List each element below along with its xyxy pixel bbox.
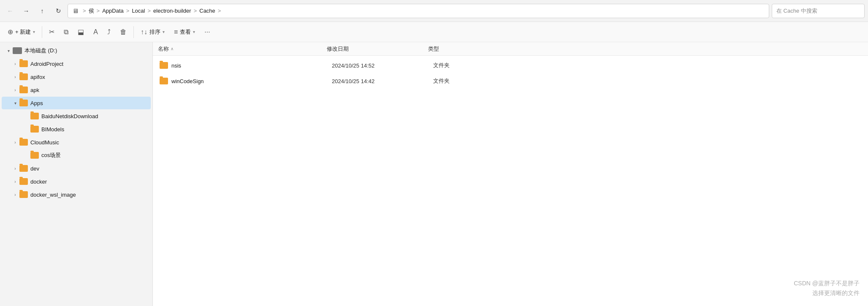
sidebar-item-label: docker_wsl_image bbox=[30, 192, 76, 198]
sidebar-item-label: AdroidProject bbox=[30, 61, 63, 67]
sort-chevron-icon: ▾ bbox=[163, 30, 165, 34]
share-button[interactable]: ⤴ bbox=[103, 24, 115, 40]
col-header-name[interactable]: 名称 ∧ bbox=[158, 42, 327, 55]
sidebar-item-bimodels[interactable]: BIModels bbox=[2, 123, 151, 135]
column-header: 名称 ∧ 修改日期 类型 bbox=[153, 42, 868, 56]
sidebar-item-label: apk bbox=[30, 87, 39, 93]
view-button[interactable]: ≡ 查看 ▾ bbox=[170, 24, 199, 40]
sidebar-item-cosscene[interactable]: cos场景 bbox=[2, 149, 151, 162]
file-type: 文件夹 bbox=[433, 77, 496, 85]
new-button[interactable]: ⊕ + 新建 ▾ bbox=[3, 24, 39, 40]
path-segment-4[interactable]: Cache bbox=[199, 8, 215, 14]
toolbar: ⊕ + 新建 ▾ ✂ ⧉ ⬓ A ⤴ 🗑 ↑↓ 排序 ▾ ≡ 查看 ▾ ··· bbox=[0, 22, 868, 42]
path-segment-0[interactable]: 侯 bbox=[89, 7, 94, 15]
sidebar-item-docker-wsl[interactable]: › docker_wsl_image bbox=[2, 188, 151, 201]
table-row[interactable]: nsis 2024/10/25 14:52 文件夹 bbox=[155, 58, 866, 73]
up-icon: ↑ bbox=[41, 7, 44, 14]
sort-button[interactable]: ↑↓ 排序 ▾ bbox=[136, 24, 169, 40]
path-segment-1[interactable]: AppData bbox=[102, 8, 124, 14]
search-bar[interactable]: 在 Cache 中搜索 bbox=[772, 4, 865, 18]
cut-icon: ✂ bbox=[49, 28, 54, 36]
col-header-type[interactable]: 类型 bbox=[428, 42, 491, 55]
table-row[interactable]: winCodeSign 2024/10/25 14:42 文件夹 bbox=[155, 73, 866, 89]
address-bar-container: ← → ↑ ↻ 🖥 > 侯 > AppData > Local > electr… bbox=[0, 0, 868, 22]
rename-button[interactable]: A bbox=[89, 24, 102, 40]
chevron-right-icon: › bbox=[11, 86, 19, 94]
sidebar-item-label: dev bbox=[30, 165, 39, 172]
new-label: + 新建 bbox=[15, 28, 31, 36]
file-name: winCodeSign bbox=[171, 78, 332, 84]
file-name: nsis bbox=[171, 62, 332, 69]
chevron-down-icon: ▾ bbox=[11, 99, 19, 107]
sidebar-item-label: BaiduNetdiskDownload bbox=[41, 113, 98, 119]
folder-icon bbox=[30, 126, 39, 133]
chevron-right-icon: › bbox=[11, 164, 19, 173]
copy-icon: ⧉ bbox=[64, 28, 68, 36]
back-button[interactable]: ← bbox=[3, 4, 17, 18]
file-date: 2024/10/25 14:42 bbox=[332, 78, 433, 84]
chevron-right-icon: › bbox=[11, 73, 19, 81]
cut-button[interactable]: ✂ bbox=[45, 24, 59, 40]
back-icon: ← bbox=[7, 7, 14, 14]
sidebar-item-apps[interactable]: ▾ Apps bbox=[2, 97, 151, 109]
sidebar-item-label: BIModels bbox=[41, 126, 64, 133]
sidebar-item-cloudmusic[interactable]: › CloudMusic bbox=[2, 136, 151, 149]
divider-1 bbox=[42, 26, 42, 38]
view-chevron-icon: ▾ bbox=[193, 30, 195, 34]
delete-icon: 🗑 bbox=[120, 28, 127, 36]
sidebar-item-baidudisk[interactable]: BaiduNetdiskDownload bbox=[2, 110, 151, 122]
sidebar-item-apk[interactable]: › apk bbox=[2, 84, 151, 96]
sidebar-item-drive[interactable]: ▾ 本地磁盘 (D:) bbox=[2, 44, 151, 57]
sidebar-item-docker[interactable]: › docker bbox=[2, 175, 151, 188]
file-type: 文件夹 bbox=[433, 62, 496, 69]
folder-icon bbox=[30, 152, 39, 159]
file-list: nsis 2024/10/25 14:52 文件夹 winCodeSign 20… bbox=[153, 56, 868, 306]
sidebar-item-dev[interactable]: › dev bbox=[2, 162, 151, 175]
address-bar[interactable]: 🖥 > 侯 > AppData > Local > electron-build… bbox=[68, 4, 769, 18]
paste-icon: ⬓ bbox=[78, 28, 84, 36]
sort-icon: ↑↓ bbox=[141, 28, 147, 36]
sidebar-item-label: CloudMusic bbox=[30, 139, 59, 146]
folder-icon bbox=[19, 191, 28, 198]
forward-button[interactable]: → bbox=[19, 4, 33, 18]
col-date-label: 修改日期 bbox=[327, 45, 349, 53]
rename-icon: A bbox=[93, 28, 98, 36]
folder-icon bbox=[19, 60, 28, 67]
sidebar: ▾ 本地磁盘 (D:) › AdroidProject › apifox › a… bbox=[0, 42, 153, 306]
share-icon: ⤴ bbox=[107, 28, 111, 36]
folder-icon bbox=[160, 62, 168, 69]
chevron-right-icon: › bbox=[11, 177, 19, 186]
refresh-icon: ↻ bbox=[56, 7, 61, 15]
col-name-label: 名称 bbox=[158, 45, 169, 53]
path-segment-2[interactable]: Local bbox=[132, 8, 145, 14]
col-type-label: 类型 bbox=[428, 45, 439, 53]
delete-button[interactable]: 🗑 bbox=[116, 24, 131, 40]
up-button[interactable]: ↑ bbox=[35, 4, 49, 18]
drive-label: 本地磁盘 (D:) bbox=[24, 47, 57, 54]
main-layout: ▾ 本地磁盘 (D:) › AdroidProject › apifox › a… bbox=[0, 42, 868, 306]
monitor-icon: 🖥 bbox=[72, 7, 79, 14]
view-icon: ≡ bbox=[174, 28, 178, 36]
chevron-right-icon: › bbox=[11, 60, 19, 68]
more-button[interactable]: ··· bbox=[200, 24, 214, 40]
chevron-right-icon: › bbox=[11, 138, 19, 146]
more-icon: ··· bbox=[204, 28, 210, 36]
sidebar-item-apifox[interactable]: › apifox bbox=[2, 70, 151, 83]
sidebar-item-label: cos场景 bbox=[41, 152, 61, 159]
folder-icon bbox=[30, 113, 39, 119]
refresh-button[interactable]: ↻ bbox=[52, 4, 65, 18]
drive-icon bbox=[13, 47, 22, 54]
sidebar-item-label: apifox bbox=[30, 74, 45, 80]
divider-2 bbox=[133, 26, 134, 38]
sidebar-item-adroidproject[interactable]: › AdroidProject bbox=[2, 57, 151, 70]
paste-button[interactable]: ⬓ bbox=[73, 24, 88, 40]
path-segment-3[interactable]: electron-builder bbox=[153, 8, 191, 14]
folder-icon bbox=[160, 78, 168, 84]
copy-button[interactable]: ⧉ bbox=[60, 24, 73, 40]
chevron-right-icon: › bbox=[11, 190, 19, 199]
col-header-date[interactable]: 修改日期 bbox=[327, 42, 428, 55]
content-area: 名称 ∧ 修改日期 类型 nsis 2024/10/25 14:52 文件夹 w… bbox=[153, 42, 868, 306]
new-icon: ⊕ bbox=[8, 28, 13, 36]
col-sort-arrow: ∧ bbox=[171, 46, 174, 51]
sidebar-item-label: Apps bbox=[30, 100, 43, 106]
